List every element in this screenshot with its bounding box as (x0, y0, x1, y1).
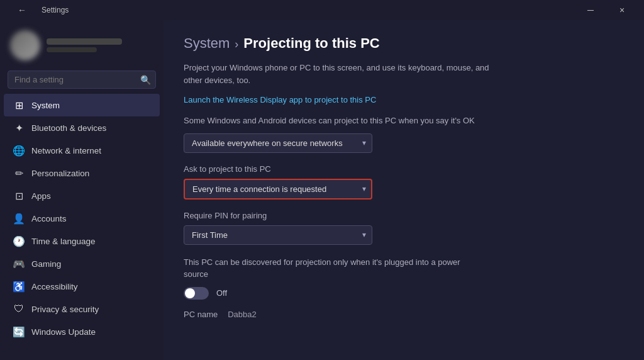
minimize-button[interactable]: ─ (576, 0, 605, 20)
system-icon: ⊞ (13, 99, 25, 111)
network-availability-container: Available everywhere on secure networks … (184, 133, 372, 153)
sidebar-item-bluetooth[interactable]: ✦ Bluetooth & devices (4, 116, 160, 139)
page-title: Projecting to this PC (243, 35, 379, 52)
section1-description: Some Windows and Android devices can pro… (184, 115, 486, 127)
profile-section (0, 20, 164, 68)
sidebar: 🔍 ⊞ System ✦ Bluetooth & devices 🌐 Netwo… (0, 20, 164, 360)
sidebar-label-network: Network & internet (31, 146, 101, 155)
content-area: System › Projecting to this PC Project y… (164, 20, 644, 360)
search-icon: 🔍 (140, 75, 151, 85)
connection-request-wrapper: Every time a connection is requested Fir… (184, 179, 624, 200)
sidebar-label-accounts: Accounts (31, 214, 67, 223)
pc-name-row: PC name Dabba2 (184, 310, 624, 319)
sidebar-label-system: System (31, 101, 60, 110)
back-button[interactable]: ← (8, 0, 36, 20)
main-container: 🔍 ⊞ System ✦ Bluetooth & devices 🌐 Netwo… (0, 20, 644, 360)
sidebar-label-personalization: Personalization (31, 169, 89, 178)
bluetooth-icon: ✦ (13, 121, 25, 134)
search-box: 🔍 (8, 70, 156, 89)
sidebar-item-time[interactable]: 🕐 Time & language (4, 230, 160, 252)
network-availability-wrapper: Available everywhere on secure networks … (184, 133, 624, 153)
apps-icon: ⊡ (13, 189, 25, 202)
breadcrumb-arrow: › (235, 38, 238, 51)
pc-name-label: PC name (184, 310, 218, 319)
sidebar-label-apps: Apps (31, 191, 51, 201)
accounts-icon: 👤 (13, 212, 25, 225)
pc-name-value: Dabba2 (228, 310, 257, 319)
privacy-icon: 🛡 (13, 303, 25, 315)
update-icon: 🔄 (13, 325, 25, 338)
sidebar-item-network[interactable]: 🌐 Network & internet (4, 139, 160, 162)
sidebar-item-apps[interactable]: ⊡ Apps (4, 184, 160, 207)
titlebar-title: Settings (42, 6, 69, 14)
close-button[interactable]: × (608, 0, 636, 20)
sidebar-item-accessibility[interactable]: ♿ Accessibility (4, 275, 160, 298)
breadcrumb-parent: System (184, 35, 230, 52)
power-source-description: This PC can be discovered for projection… (184, 256, 486, 281)
sidebar-item-personalization[interactable]: ✏ Personalization (4, 162, 160, 184)
titlebar-controls: ─ × (576, 0, 636, 20)
profile-name (47, 38, 122, 45)
sidebar-label-time: Time & language (31, 237, 96, 246)
sidebar-label-privacy: Privacy & security (31, 305, 99, 314)
sidebar-label-windows-update: Windows Update (31, 327, 96, 337)
network-availability-select[interactable]: Available everywhere on secure networks … (184, 133, 372, 153)
profile-subtitle (47, 47, 97, 52)
page-description: Project your Windows phone or PC to this… (184, 62, 498, 86)
power-source-toggle[interactable] (184, 287, 209, 300)
sidebar-item-system[interactable]: ⊞ System (4, 94, 160, 116)
wireless-display-link[interactable]: Launch the Wireless Display app to proje… (184, 95, 376, 104)
sidebar-label-bluetooth: Bluetooth & devices (31, 123, 106, 133)
accessibility-icon: ♿ (13, 280, 25, 293)
network-icon: 🌐 (13, 144, 25, 157)
titlebar-left: ← Settings (8, 0, 69, 20)
pin-label: Require PIN for pairing (184, 211, 624, 220)
personalization-icon: ✏ (13, 167, 25, 179)
gaming-icon: 🎮 (13, 257, 25, 270)
sidebar-label-accessibility: Accessibility (31, 282, 78, 291)
connection-request-container: Every time a connection is requested Fir… (184, 179, 372, 200)
toggle-knob (185, 288, 195, 298)
pin-pairing-container: First Time Always Never ▾ (184, 225, 372, 245)
profile-text (47, 38, 153, 52)
sidebar-item-accounts[interactable]: 👤 Accounts (4, 207, 160, 230)
sidebar-label-gaming: Gaming (31, 259, 61, 269)
power-toggle-row: Off (184, 287, 624, 300)
pin-pairing-select[interactable]: First Time Always Never (184, 225, 372, 245)
search-input[interactable] (8, 70, 156, 89)
pin-pairing-wrapper: First Time Always Never ▾ (184, 225, 624, 245)
sidebar-item-gaming[interactable]: 🎮 Gaming (4, 252, 160, 275)
page-header: System › Projecting to this PC (184, 35, 624, 52)
ask-project-label: Ask to project to this PC (184, 164, 624, 174)
avatar (10, 30, 40, 60)
time-icon: 🕐 (13, 235, 25, 247)
sidebar-item-windows-update[interactable]: 🔄 Windows Update (4, 320, 160, 343)
toggle-label: Off (216, 288, 227, 298)
titlebar: ← Settings ─ × (0, 0, 644, 20)
sidebar-item-privacy[interactable]: 🛡 Privacy & security (4, 298, 160, 320)
connection-request-select[interactable]: Every time a connection is requested Fir… (184, 179, 372, 200)
